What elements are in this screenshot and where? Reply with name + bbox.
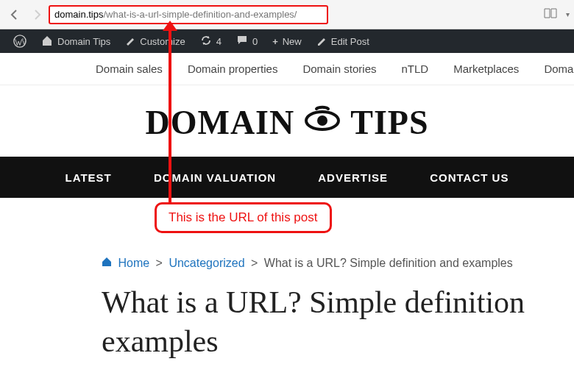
wp-comments-count: 0 (252, 36, 258, 47)
logo-text-left: DOMAIN (145, 103, 294, 142)
eye-icon (302, 103, 343, 142)
main-nav: LATEST DOMAIN VALUATION ADVERTISE CONTAC… (0, 157, 574, 198)
annotation-box: This is the URL of this post (155, 202, 332, 233)
wp-comments[interactable]: 0 (229, 29, 265, 53)
subnav-item[interactable]: Domain properties (188, 63, 278, 75)
subnav-item[interactable]: Marketplaces (453, 63, 519, 75)
subnav-item[interactable]: Domain ex (544, 63, 574, 75)
annotation-arrow-head (163, 21, 177, 31)
crumb-category[interactable]: Uncategorized (169, 257, 244, 269)
category-nav: Domain sales Domain properties Domain st… (0, 53, 574, 85)
pencil-icon (316, 35, 327, 48)
wp-updates-count: 4 (216, 36, 222, 47)
wp-edit-label: Edit Post (331, 36, 369, 47)
wp-customize[interactable]: Customize (118, 29, 192, 53)
nav-contact[interactable]: CONTACT US (430, 171, 509, 184)
wp-site-link[interactable]: Domain Tips (34, 29, 118, 53)
crumb-current: What is a URL? Simple definition and exa… (264, 257, 513, 269)
comment-icon (236, 35, 248, 49)
subnav-item[interactable]: Domain stories (302, 63, 376, 75)
title-line: examples (102, 324, 219, 358)
nav-latest[interactable]: LATEST (65, 171, 112, 184)
home-icon (41, 35, 53, 49)
brush-icon (125, 35, 135, 48)
logo-text-right: TIPS (350, 103, 428, 142)
wp-edit-post[interactable]: Edit Post (309, 29, 377, 53)
chrome-menu-chevron[interactable]: ▾ (566, 10, 570, 18)
wp-new-label: New (283, 36, 302, 47)
wp-logo[interactable] (6, 29, 34, 53)
nav-advertise[interactable]: ADVERTISE (318, 171, 388, 184)
wp-customize-label: Customize (140, 36, 185, 47)
post-title: What is a URL? Simple definition example… (102, 283, 574, 360)
url-bar[interactable]: domain.tips/what-is-a-url-simple-definit… (49, 5, 328, 24)
home-icon (102, 257, 112, 269)
annotation-arrow-line (169, 26, 171, 204)
svg-point-2 (317, 115, 327, 126)
wp-updates[interactable]: 4 (193, 29, 229, 53)
url-path: /what-is-a-url-simple-definition-and-exa… (103, 9, 297, 20)
forward-button[interactable] (26, 4, 47, 25)
wp-new[interactable]: + New (265, 29, 309, 53)
plus-icon: + (272, 36, 278, 47)
refresh-icon (200, 35, 212, 49)
title-line: What is a URL? Simple definition (102, 285, 525, 319)
crumb-home[interactable]: Home (118, 257, 149, 269)
subnav-item[interactable]: nTLD (401, 63, 428, 75)
browser-chrome: domain.tips/what-is-a-url-simple-definit… (0, 0, 574, 29)
crumb-sep: > (251, 257, 258, 269)
subnav-item[interactable]: Domain sales (96, 63, 163, 75)
crumb-sep: > (156, 257, 163, 269)
back-button[interactable] (4, 4, 25, 25)
reader-icon[interactable] (544, 8, 557, 21)
wp-admin-bar: Domain Tips Customize 4 0 + New Edit Pos… (0, 29, 574, 53)
wp-site-name: Domain Tips (57, 36, 110, 47)
nav-valuation[interactable]: DOMAIN VALUATION (154, 171, 276, 184)
site-logo[interactable]: DOMAIN TIPS (0, 85, 574, 157)
url-host: domain.tips (54, 9, 103, 20)
breadcrumb: Home > Uncategorized > What is a URL? Si… (102, 257, 574, 270)
annotation-text: This is the URL of this post (169, 210, 318, 224)
